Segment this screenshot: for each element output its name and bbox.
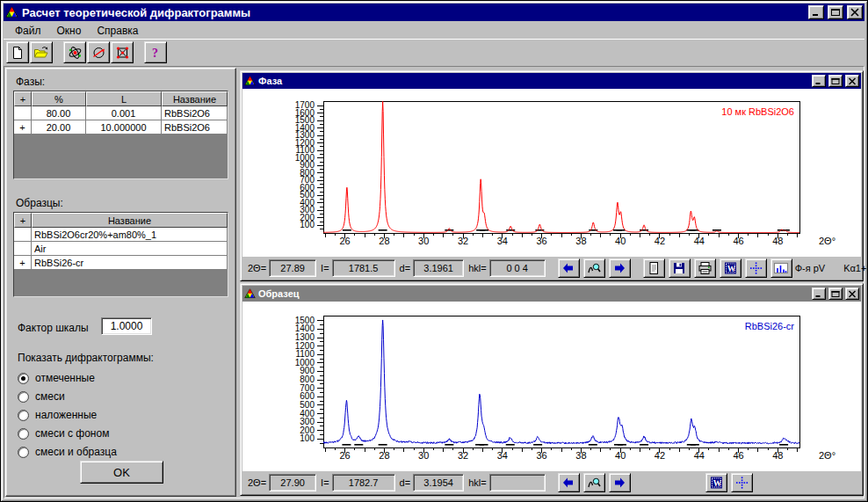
- phases-cell-r0c2[interactable]: 0.001: [86, 106, 162, 120]
- phase-peak-search-button[interactable]: [583, 258, 605, 278]
- ok-button[interactable]: OK: [80, 461, 163, 484]
- samples-header-0: +: [14, 213, 32, 228]
- samples-cell-r1c1[interactable]: Air: [32, 242, 228, 256]
- svg-text:38: 38: [575, 236, 586, 246]
- phases-cell-r0c3[interactable]: RbBSi2O6: [162, 106, 228, 120]
- svg-text:2Θ°: 2Θ°: [819, 450, 835, 461]
- phases-cell-r0c0[interactable]: [14, 106, 32, 120]
- radio-label: смеси с фоном: [35, 427, 109, 440]
- menu-window[interactable]: Окно: [49, 23, 90, 39]
- arrow-left-icon: [561, 476, 575, 490]
- phase-word-export-button[interactable]: W: [720, 258, 741, 278]
- phase-save-button[interactable]: [669, 258, 691, 278]
- sample-peak-search-button[interactable]: [583, 473, 605, 492]
- radio-option-4[interactable]: смеси и образца: [18, 445, 117, 459]
- phases-cell-r1c3[interactable]: RbBSi2O6: [162, 120, 228, 135]
- phase-intensity-readout[interactable]: 1781.5: [332, 259, 395, 277]
- svg-text:40: 40: [615, 236, 626, 246]
- sample-close-button[interactable]: [845, 287, 859, 300]
- sample-intensity-readout[interactable]: 1782.7: [332, 474, 395, 491]
- scale-factor-input[interactable]: [101, 317, 152, 335]
- phase-document-button[interactable]: [643, 258, 665, 278]
- phase-chart[interactable]: 1002003004005006007008009001000110012001…: [242, 89, 861, 258]
- sample-arrow-left-button[interactable]: [558, 473, 580, 492]
- samples-cell-r2c0[interactable]: +: [14, 256, 32, 270]
- document-icon: [647, 261, 661, 275]
- sample-d-spacing-readout[interactable]: 3.1954: [413, 474, 464, 491]
- svg-text:200: 200: [300, 426, 315, 435]
- phase-window: Фаза 10020030040050060070080090010001100…: [240, 70, 864, 281]
- sample-grid-button[interactable]: [731, 473, 753, 492]
- toolbar-lattice-button[interactable]: [111, 41, 134, 63]
- app-icon: [5, 6, 18, 19]
- samples-header-1: Название: [32, 213, 228, 228]
- samples-label: Образцы:: [16, 197, 63, 209]
- svg-text:28: 28: [379, 450, 389, 461]
- maximize-button[interactable]: [828, 5, 843, 19]
- sample-statusbar: 2Θ=27.90I=1782.7d=3.1954hkl=W: [242, 470, 861, 493]
- phase-d-spacing-label: d=: [400, 263, 411, 273]
- sample-arrow-right-button[interactable]: [609, 473, 631, 492]
- phase-maximize-button[interactable]: [828, 75, 843, 87]
- sample-word-export-button[interactable]: W: [705, 473, 727, 492]
- sample-d-spacing-label: d=: [400, 477, 411, 488]
- phases-cell-r1c0[interactable]: +: [14, 120, 32, 135]
- sample-maximize-button[interactable]: [828, 287, 843, 300]
- scale-factor-label: Фактор шкалы: [18, 322, 89, 334]
- sample-chart[interactable]: 1002003004005006007008009001000110012001…: [242, 302, 861, 472]
- radio-selected-icon[interactable]: [18, 373, 29, 384]
- word-export-icon: W: [723, 261, 738, 275]
- phase-intensity-chart-button[interactable]: [770, 258, 792, 278]
- svg-text:32: 32: [458, 450, 468, 461]
- menu-file[interactable]: Файл: [7, 23, 49, 39]
- radio-option-1[interactable]: смеси: [18, 389, 65, 404]
- sample-two-theta-readout[interactable]: 27.90: [269, 474, 316, 491]
- radio-unselected-icon[interactable]: [18, 428, 29, 440]
- menu-help[interactable]: Справка: [89, 23, 146, 39]
- svg-text:600: 600: [300, 391, 315, 401]
- samples-cell-r1c0[interactable]: [14, 242, 32, 256]
- minimize-button[interactable]: [808, 5, 824, 19]
- radio-option-3[interactable]: смеси с фоном: [18, 426, 109, 440]
- phase-d-spacing-readout[interactable]: 3.1961: [413, 259, 464, 277]
- radio-unselected-icon[interactable]: [18, 447, 29, 458]
- phase-print-button[interactable]: [694, 258, 716, 278]
- toolbar-new-document-button[interactable]: [6, 41, 29, 63]
- radio-option-2[interactable]: наложенные: [18, 408, 97, 422]
- svg-text:46: 46: [733, 450, 743, 461]
- radio-option-0[interactable]: отмеченные: [18, 371, 95, 385]
- phase-statusbar: 2Θ=27.89I=1781.5d=3.1961hkl=0 0 4WФ-я pV…: [242, 256, 861, 279]
- phase-minimize-button[interactable]: [812, 75, 826, 87]
- phases-cell-r1c1[interactable]: 20.00: [32, 120, 86, 135]
- main-titlebar[interactable]: Расчет теоретической дифрактограммы: [4, 4, 864, 21]
- close-button[interactable]: [847, 5, 863, 19]
- samples-cell-r0c1[interactable]: RbBSi2O6cr20%+am80%_1: [32, 228, 228, 242]
- toolbar-sphere-arrow-button[interactable]: [87, 41, 110, 63]
- samples-cell-r0c0[interactable]: [14, 228, 32, 242]
- sample-hkl-readout[interactable]: [489, 474, 546, 491]
- phases-empty-area: [14, 135, 228, 178]
- phase-two-theta-readout[interactable]: 27.89: [269, 259, 316, 277]
- radio-unselected-icon[interactable]: [18, 391, 29, 403]
- peak-search-icon: [587, 261, 601, 275]
- phase-arrow-right-button[interactable]: [609, 258, 631, 278]
- toolbar-help-button[interactable]: ?: [144, 41, 167, 63]
- phase-close-button[interactable]: [845, 75, 859, 87]
- phases-cell-r0c1[interactable]: 80.00: [32, 106, 86, 120]
- phase-window-icon: [244, 76, 256, 87]
- toolbar-open-folder-button[interactable]: [30, 41, 53, 63]
- phase-window-titlebar[interactable]: Фаза: [242, 73, 861, 89]
- phase-hkl-label: hkl=: [468, 263, 487, 273]
- arrow-left-icon: [561, 261, 575, 275]
- phase-hkl-readout[interactable]: 0 0 4: [489, 259, 546, 277]
- svg-text:30: 30: [418, 450, 429, 461]
- radio-unselected-icon[interactable]: [18, 410, 29, 421]
- samples-cell-r2c1[interactable]: RbBSi26-cr: [32, 256, 228, 270]
- toolbar-atom-button[interactable]: [63, 41, 86, 63]
- phase-intensity-label: I=: [321, 263, 329, 273]
- phase-grid-button[interactable]: [745, 258, 767, 278]
- sample-window-titlebar[interactable]: Образец: [242, 286, 861, 302]
- sample-minimize-button[interactable]: [812, 287, 826, 300]
- phases-cell-r1c2[interactable]: 10.000000: [86, 120, 162, 135]
- phase-arrow-left-button[interactable]: [558, 258, 580, 278]
